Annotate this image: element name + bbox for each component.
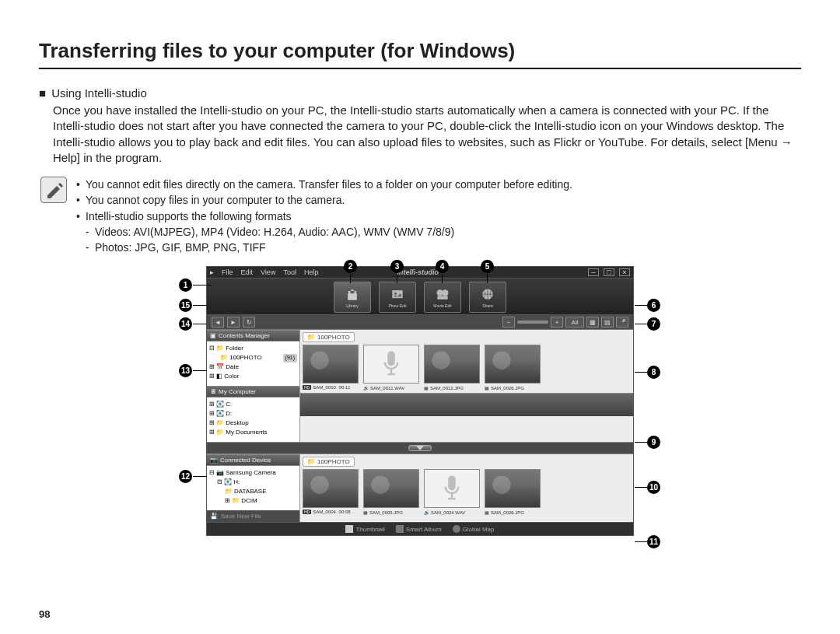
filter-photo-icon[interactable]: ▦ bbox=[586, 317, 599, 328]
thumbnail-image bbox=[363, 469, 419, 508]
callout-14: 14 bbox=[179, 317, 192, 331]
tree-camera[interactable]: ⊟ 📷 Samsung Camera bbox=[209, 468, 297, 478]
zoom-in-icon[interactable]: + bbox=[551, 317, 563, 328]
tree-drive-h[interactable]: ⊟ 💽 H: bbox=[209, 478, 297, 487]
save-new-file[interactable]: 💾Save New File bbox=[207, 510, 299, 522]
section-paragraph: Once you have installed the Intelli-stud… bbox=[53, 103, 801, 166]
thumb-item[interactable]: 🔊SAM_0024.WAV bbox=[424, 469, 480, 515]
tab-library[interactable]: Library bbox=[334, 282, 371, 313]
thumb-item[interactable]: ▦SAM_0012.JPG bbox=[424, 345, 480, 391]
svg-rect-7 bbox=[396, 525, 404, 533]
minimize-button[interactable]: – bbox=[588, 268, 599, 276]
callout-13: 13 bbox=[179, 364, 192, 377]
close-button[interactable]: × bbox=[619, 268, 630, 276]
thumbnail-image bbox=[485, 345, 541, 384]
toolbar: ◄ ► ↻ − + All ▦ ▤ 🎤 bbox=[207, 315, 633, 330]
menu-file[interactable]: File bbox=[222, 268, 233, 276]
menu-tool[interactable]: Tool bbox=[283, 268, 296, 276]
svg-rect-6 bbox=[345, 525, 353, 533]
page-number: 98 bbox=[39, 608, 50, 620]
note-block: You cannot edit files directly on the ca… bbox=[40, 177, 801, 255]
square-bullet-icon: ■ bbox=[39, 86, 48, 100]
callout-11: 11 bbox=[647, 535, 660, 548]
splitter-grip-icon bbox=[408, 445, 432, 451]
thumb-item[interactable]: ▦SAM_0005.JPG bbox=[363, 469, 419, 515]
thumbnail-image bbox=[363, 345, 419, 384]
view-switcher: Thumbnail Smart Album Global Map bbox=[207, 522, 633, 535]
page-title: Transferring files to your computer (for… bbox=[39, 39, 801, 69]
thumb-item[interactable]: HDSAM_0010.00:11 bbox=[303, 345, 359, 391]
note-item: Intelli-studio supports the following fo… bbox=[76, 208, 572, 224]
thumbnail-image bbox=[303, 469, 359, 508]
section-subhead: ■ Using Intelli-studio bbox=[39, 86, 801, 100]
note-subitem: Photos: JPG, GIF, BMP, PNG, TIFF bbox=[76, 240, 572, 255]
tree-date[interactable]: ⊞ 📅 Date bbox=[209, 363, 297, 372]
note-item: You cannot copy files in your computer t… bbox=[76, 192, 572, 208]
svg-point-8 bbox=[453, 525, 460, 533]
thumb-item[interactable]: ▦SAM_0026.JPG bbox=[485, 345, 541, 391]
callout-15: 15 bbox=[179, 299, 192, 312]
menu-edit[interactable]: Edit bbox=[241, 268, 254, 276]
filter-video-icon[interactable]: ▤ bbox=[601, 317, 614, 328]
note-item: You cannot edit files directly on the ca… bbox=[76, 177, 572, 192]
tab-photo-edit[interactable]: Photo Edit bbox=[379, 282, 416, 313]
menu-help[interactable]: Help bbox=[304, 268, 319, 276]
sidebar: ▣Contents Manager ⊟ 📁 Folder 📁 100PHOTO(… bbox=[207, 330, 300, 442]
callout-7: 7 bbox=[647, 317, 660, 331]
callout-12: 12 bbox=[179, 470, 192, 483]
zoom-slider[interactable] bbox=[517, 321, 548, 324]
panel-contents-manager[interactable]: ▣Contents Manager bbox=[207, 330, 299, 342]
filter-all[interactable]: All bbox=[565, 317, 584, 328]
thumbnail-image bbox=[424, 469, 480, 508]
app-figure: 1 2 3 4 5 6 7 8 9 10 11 15 14 13 12 ▸ Fi… bbox=[187, 266, 653, 536]
tree-dcim[interactable]: ⊞ 📁 DCIM bbox=[209, 496, 297, 506]
menu-view[interactable]: View bbox=[261, 268, 275, 276]
nav-up-icon[interactable]: ↻ bbox=[243, 317, 255, 328]
note-subitem: Videos: AVI(MJPEG), MP4 (Video: H.264, A… bbox=[76, 224, 572, 240]
panel-connected-device[interactable]: 📷Connected Device bbox=[207, 454, 299, 466]
app-menu-icon[interactable]: ▸ bbox=[210, 268, 214, 276]
tab-share[interactable]: Share bbox=[469, 282, 506, 313]
callout-1: 1 bbox=[179, 278, 192, 292]
view-global-map[interactable]: Global Map bbox=[453, 525, 495, 533]
thumbnail-image bbox=[424, 345, 480, 384]
tree-drive-d[interactable]: ⊞ 💽 D: bbox=[209, 409, 297, 419]
thumbnail-image bbox=[485, 469, 541, 508]
svg-point-1 bbox=[394, 292, 397, 295]
nav-back-icon[interactable]: ◄ bbox=[212, 317, 224, 328]
tree-database[interactable]: 📁 DATABASE bbox=[209, 487, 297, 496]
callout-6: 6 bbox=[647, 299, 660, 312]
save-icon: 💾 bbox=[210, 513, 218, 520]
breadcrumb[interactable]: 📁 100PHOTO bbox=[303, 332, 355, 342]
thumb-item[interactable]: 🔊SAM_0011.WAV bbox=[363, 345, 419, 391]
tab-movie-edit[interactable]: Movie Edit bbox=[424, 282, 461, 313]
callout-10: 10 bbox=[647, 481, 660, 494]
callout-9: 9 bbox=[647, 436, 660, 449]
main-tabs: Library Photo Edit Movie Edit Share bbox=[207, 278, 633, 315]
tree-desktop[interactable]: ⊞ 📁 Desktop bbox=[209, 419, 297, 428]
tree-my-documents[interactable]: ⊞ 📁 My Documents bbox=[209, 428, 297, 437]
svg-rect-0 bbox=[392, 290, 402, 298]
view-thumbnail[interactable]: Thumbnail bbox=[345, 525, 384, 533]
thumb-item[interactable]: HDSAM_0004.00:08 bbox=[303, 469, 359, 515]
maximize-button[interactable]: □ bbox=[604, 268, 614, 276]
filter-audio-icon[interactable]: 🎤 bbox=[616, 317, 628, 328]
menubar: ▸ File Edit View Tool Help Intelli-studi… bbox=[207, 267, 633, 278]
splitter[interactable] bbox=[207, 442, 633, 454]
thumbnail-image bbox=[303, 345, 359, 384]
app-brand: Intelli-studio bbox=[397, 268, 439, 276]
note-icon bbox=[40, 177, 67, 203]
zoom-out-icon[interactable]: − bbox=[502, 317, 515, 328]
tree-folder[interactable]: ⊟ 📁 Folder bbox=[209, 344, 297, 353]
tree-color[interactable]: ⊞ ◧ Color bbox=[209, 372, 297, 381]
app-window: ▸ File Edit View Tool Help Intelli-studi… bbox=[206, 266, 634, 536]
thumbnail-area-bottom: 📁 100PHOTO HDSAM_0004.00:08 ▦SAM_0005.JP… bbox=[300, 454, 633, 517]
tree-100photo[interactable]: 📁 100PHOTO(91) bbox=[209, 353, 297, 363]
view-smart-album[interactable]: Smart Album bbox=[396, 525, 442, 533]
breadcrumb[interactable]: 📁 100PHOTO bbox=[303, 457, 355, 467]
thumb-item[interactable]: ▦SAM_0026.JPG bbox=[485, 469, 541, 515]
tree-drive-c[interactable]: ⊞ 💽 C: bbox=[209, 400, 297, 409]
thumbnail-overflow[interactable] bbox=[300, 393, 633, 416]
panel-my-computer[interactable]: 🖥My Computer bbox=[207, 386, 299, 398]
nav-forward-icon[interactable]: ► bbox=[227, 317, 240, 328]
